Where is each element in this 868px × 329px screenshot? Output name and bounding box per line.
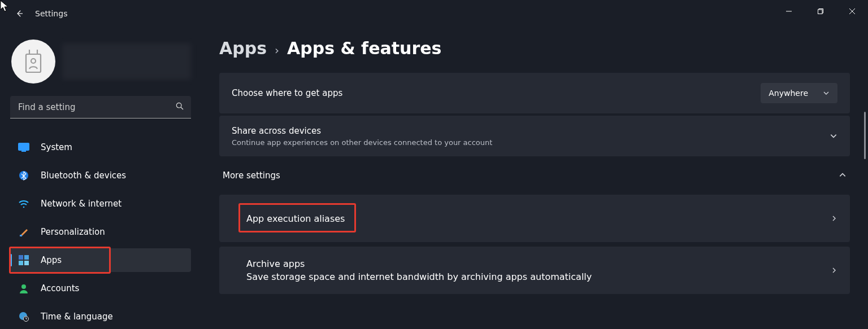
sidebar-item-apps[interactable]: Apps bbox=[10, 248, 191, 272]
chevron-up-icon bbox=[839, 171, 847, 179]
search-icon bbox=[175, 102, 184, 113]
search-input[interactable] bbox=[10, 96, 191, 119]
scrollbar-thumb[interactable] bbox=[864, 112, 866, 159]
svg-rect-1 bbox=[818, 10, 823, 14]
bluetooth-icon bbox=[18, 170, 29, 181]
card-title: App execution aliases bbox=[246, 213, 345, 224]
sidebar-item-label: Time & language bbox=[41, 312, 113, 322]
back-button[interactable] bbox=[11, 6, 27, 21]
svg-point-11 bbox=[23, 207, 25, 208]
minimize-button[interactable] bbox=[773, 0, 805, 23]
profile-name bbox=[62, 43, 191, 80]
sidebar-item-system[interactable]: System bbox=[10, 135, 191, 159]
chevron-right-icon bbox=[831, 215, 837, 222]
svg-rect-9 bbox=[21, 151, 26, 152]
window-title: Settings bbox=[35, 9, 67, 18]
sidebar-item-label: Personalization bbox=[41, 227, 105, 237]
page-title: Apps & features bbox=[287, 38, 441, 58]
card-title: Choose where to get apps bbox=[232, 88, 342, 98]
svg-point-6 bbox=[176, 103, 181, 108]
select-value: Anywhere bbox=[769, 89, 808, 98]
breadcrumb-parent[interactable]: Apps bbox=[219, 38, 267, 58]
apps-icon bbox=[18, 255, 29, 266]
svg-point-17 bbox=[21, 284, 26, 289]
svg-point-5 bbox=[31, 59, 36, 63]
clock-globe-icon bbox=[18, 311, 29, 322]
section-title: More settings bbox=[223, 170, 280, 181]
svg-rect-12 bbox=[20, 235, 22, 236]
wifi-icon bbox=[18, 198, 29, 209]
card-title: Share across devices bbox=[232, 126, 492, 136]
svg-rect-14 bbox=[24, 255, 29, 260]
avatar[interactable] bbox=[11, 40, 55, 84]
chevron-down-icon bbox=[830, 132, 837, 140]
breadcrumb: Apps › Apps & features bbox=[219, 38, 861, 58]
sidebar-item-network[interactable]: Network & internet bbox=[10, 192, 191, 216]
sidebar-item-bluetooth[interactable]: Bluetooth & devices bbox=[10, 164, 191, 187]
display-icon bbox=[18, 142, 29, 153]
sidebar-item-label: Accounts bbox=[41, 283, 79, 293]
card-get-apps[interactable]: Choose where to get apps Anywhere bbox=[219, 73, 850, 113]
chevron-right-icon: › bbox=[275, 43, 279, 57]
sidebar-item-label: Apps bbox=[41, 255, 62, 265]
sidebar-item-label: Network & internet bbox=[41, 199, 121, 209]
brush-icon bbox=[18, 226, 29, 238]
sidebar-item-time-language[interactable]: Time & language bbox=[10, 305, 191, 328]
svg-rect-15 bbox=[19, 261, 23, 265]
card-share-devices[interactable]: Share across devices Continue app experi… bbox=[219, 116, 850, 156]
svg-rect-16 bbox=[24, 261, 29, 265]
get-apps-select[interactable]: Anywhere bbox=[761, 83, 837, 103]
card-app-execution-aliases[interactable]: App execution aliases bbox=[219, 195, 850, 242]
sidebar-item-personalization[interactable]: Personalization bbox=[10, 220, 191, 244]
card-title: Archive apps bbox=[246, 258, 592, 269]
card-subtitle: Save storage space and internet bandwidt… bbox=[246, 271, 592, 282]
sidebar-item-label: Bluetooth & devices bbox=[41, 170, 126, 181]
svg-rect-8 bbox=[18, 143, 29, 151]
chevron-right-icon bbox=[831, 267, 837, 274]
chevron-down-icon bbox=[823, 90, 830, 96]
card-subtitle: Continue app experiences on other device… bbox=[232, 138, 492, 147]
svg-rect-13 bbox=[19, 255, 23, 260]
card-archive-apps[interactable]: Archive apps Save storage space and inte… bbox=[219, 247, 850, 294]
person-icon bbox=[18, 283, 29, 294]
close-button[interactable] bbox=[836, 0, 868, 23]
maximize-button[interactable] bbox=[805, 0, 836, 23]
section-more-settings[interactable]: More settings bbox=[219, 159, 850, 192]
svg-line-7 bbox=[181, 107, 183, 109]
mouse-cursor-icon bbox=[0, 0, 9, 12]
sidebar-item-label: System bbox=[41, 142, 72, 152]
sidebar-item-accounts[interactable]: Accounts bbox=[10, 277, 191, 300]
